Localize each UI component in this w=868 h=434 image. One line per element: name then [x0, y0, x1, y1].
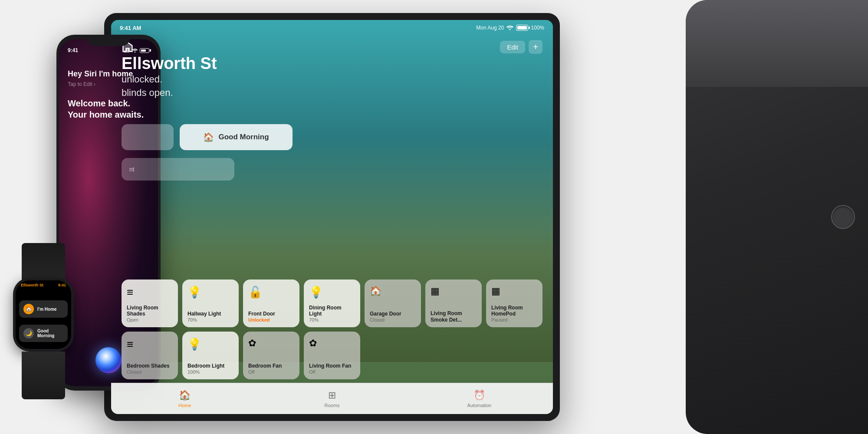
- iphone-statusbar: 9:41: [59, 45, 158, 56]
- apple-watch: Ellsworth St 9:41 🏠 I'm Home 🌙 Good Morn…: [0, 243, 87, 399]
- tile-name-living-fan: Living Room Fan Off: [309, 363, 355, 375]
- bedroom-fan-icon: ✿: [248, 338, 294, 349]
- ipad-tiles-grid: ≡ Living Room Shades Open 💡 Hallway Ligh…: [122, 279, 542, 379]
- svg-rect-4: [128, 48, 129, 53]
- svg-point-5: [135, 52, 135, 53]
- svg-rect-2: [125, 50, 126, 53]
- watch-card-home[interactable]: 🏠 I'm Home: [19, 300, 68, 318]
- battery-icon: [516, 25, 528, 31]
- ipad-time: 9:41 AM: [120, 25, 141, 31]
- homepod-top: [686, 0, 868, 87]
- tile-bedroom-light[interactable]: 💡 Bedroom Light 100%: [182, 332, 239, 379]
- ipad-scenes-row: 🏠 Good Morning: [122, 124, 542, 150]
- tile-dining-room-light[interactable]: 💡 Dining Room Light 70%: [304, 279, 360, 327]
- tab-automation[interactable]: ⏰ Automation: [406, 390, 553, 408]
- tile-living-room-fan[interactable]: ✿ Living Room Fan Off: [304, 332, 360, 379]
- ipad-header-controls: Edit +: [500, 40, 542, 54]
- tile-name-garage: Garage Door Closed: [370, 311, 416, 323]
- iphone-signal-icon: [124, 48, 130, 53]
- iphone-status-icons: [124, 48, 149, 53]
- bedroom-light-icon: 💡: [187, 338, 233, 351]
- svg-rect-1: [124, 51, 125, 53]
- siri-response: Welcome back. Your home awaits.: [68, 98, 149, 120]
- tile-name-homepod: Living Room HomePod Paused: [491, 305, 537, 323]
- ipad-screen: 9:41 AM Mon Aug 20 100%: [111, 20, 553, 414]
- scene-button-good-morning[interactable]: 🏠 Good Morning: [180, 124, 293, 150]
- edit-button[interactable]: Edit: [500, 41, 525, 53]
- siri-query: Hey Siri I'm home: [68, 69, 149, 79]
- tile-smoke-det[interactable]: ▦ Living Room Smoke Det...: [425, 279, 482, 327]
- scene-label: Good Morning: [218, 133, 269, 141]
- tile-bedroom-fan[interactable]: ✿ Bedroom Fan Off: [243, 332, 299, 379]
- living-room-fan-icon: ✿: [309, 338, 355, 349]
- tile-name-bedroom-light: Bedroom Light 100%: [187, 363, 233, 375]
- homepod-tile-icon: ▦: [491, 286, 537, 297]
- iphone-wifi-icon: [132, 48, 138, 53]
- ipad-scenes-row2: nt: [122, 158, 234, 181]
- tile-name-living-shades: Living Room Shades Open: [127, 305, 173, 323]
- garage-icon: 🏠: [370, 286, 416, 297]
- scene-home-icon: 🏠: [203, 132, 214, 142]
- iphone-time: 9:41: [68, 47, 78, 53]
- dining-light-icon: 💡: [309, 286, 355, 299]
- tile-bedroom-shades[interactable]: ≡ Bedroom Shades Closed: [122, 332, 178, 379]
- tab-rooms[interactable]: ⊞ Rooms: [258, 390, 405, 408]
- iphone-battery-icon: [140, 48, 149, 53]
- scene2-label: nt: [129, 166, 135, 173]
- add-button[interactable]: +: [529, 40, 542, 54]
- tile-name-dining: Dining Room Light 70%: [309, 305, 355, 323]
- watch-card-morning[interactable]: 🌙 Good Morning: [19, 325, 68, 342]
- front-door-icon: 🔓: [248, 286, 294, 299]
- ipad-date: Mon Aug 20: [476, 25, 504, 31]
- tile-name-bedroom-shades: Bedroom Shades Closed: [127, 363, 173, 375]
- homepod: [686, 0, 868, 434]
- watch-band-bottom: [22, 352, 65, 399]
- tile-living-room-shades[interactable]: ≡ Living Room Shades Open: [122, 279, 178, 327]
- tab-home-label: Home: [178, 403, 191, 408]
- iphone-battery-fill: [141, 49, 146, 52]
- tab-rooms-label: Rooms: [325, 403, 340, 408]
- watch-card2-label: Good Morning: [37, 329, 63, 338]
- svg-rect-3: [127, 49, 128, 53]
- smoke-det-icon: ▦: [431, 286, 477, 297]
- tile-homepod[interactable]: ▦ Living Room HomePod Paused: [486, 279, 542, 327]
- tab-home[interactable]: 🏠 Home: [111, 390, 258, 408]
- battery-pct: 100%: [531, 25, 544, 31]
- scene-button-2[interactable]: nt: [122, 158, 234, 181]
- ipad-tabbar: 🏠 Home ⊞ Rooms ⏰ Automation: [111, 383, 553, 414]
- bedroom-shades-icon: ≡: [127, 338, 173, 351]
- homepod-button[interactable]: [831, 205, 855, 229]
- siri-tap-label[interactable]: Tap to Edit ›: [68, 81, 149, 87]
- tile-empty-2: [425, 332, 482, 379]
- tile-name-hallway: Hallway Light 70%: [187, 311, 233, 323]
- ipad-device: 9:41 AM Mon Aug 20 100%: [104, 13, 560, 421]
- watch-time: 9:41: [58, 283, 66, 287]
- watch-screen: Ellsworth St 9:41 🏠 I'm Home 🌙 Good Morn…: [16, 280, 71, 349]
- tab-automation-icon: ⏰: [473, 390, 485, 401]
- hallway-light-icon: 💡: [187, 286, 233, 299]
- watch-case: Ellsworth St 9:41 🏠 I'm Home 🌙 Good Morn…: [13, 278, 74, 352]
- scene-container: 9:41 AM Mon Aug 20 100%: [0, 0, 868, 434]
- tab-automation-label: Automation: [467, 403, 491, 408]
- watch-home-icon: 🏠: [23, 304, 34, 314]
- watch-statusbar: Ellsworth St 9:41: [16, 283, 71, 287]
- watch-morning-icon: 🌙: [23, 328, 34, 339]
- iphone-siri-area: Hey Siri I'm home Tap to Edit › Welcome …: [59, 61, 158, 129]
- tile-garage-door[interactable]: 🏠 Garage Door Closed: [365, 279, 421, 327]
- tile-empty-1: [365, 332, 421, 379]
- battery-fill: [517, 26, 527, 30]
- tile-front-door[interactable]: 🔓 Front Door Unlocked: [243, 279, 299, 327]
- tile-name-smoke: Living Room Smoke Det...: [431, 310, 477, 323]
- wifi-icon: [506, 25, 513, 30]
- tile-hallway-light[interactable]: 💡 Hallway Light 70%: [182, 279, 239, 327]
- iphone-notch: [87, 35, 130, 46]
- ipad-statusbar: 9:41 AM Mon Aug 20 100%: [111, 20, 553, 36]
- tile-name-front-door: Front Door Unlocked: [248, 311, 294, 323]
- siri-orb: [95, 347, 122, 373]
- svg-point-0: [510, 29, 511, 30]
- tile-name-bedroom-fan: Bedroom Fan Off: [248, 363, 294, 375]
- shades-icon: ≡: [127, 286, 173, 299]
- watch-location: Ellsworth St: [21, 283, 43, 287]
- watch-card1-label: I'm Home: [37, 307, 57, 312]
- ipad-statusbar-right: Mon Aug 20 100%: [476, 25, 544, 31]
